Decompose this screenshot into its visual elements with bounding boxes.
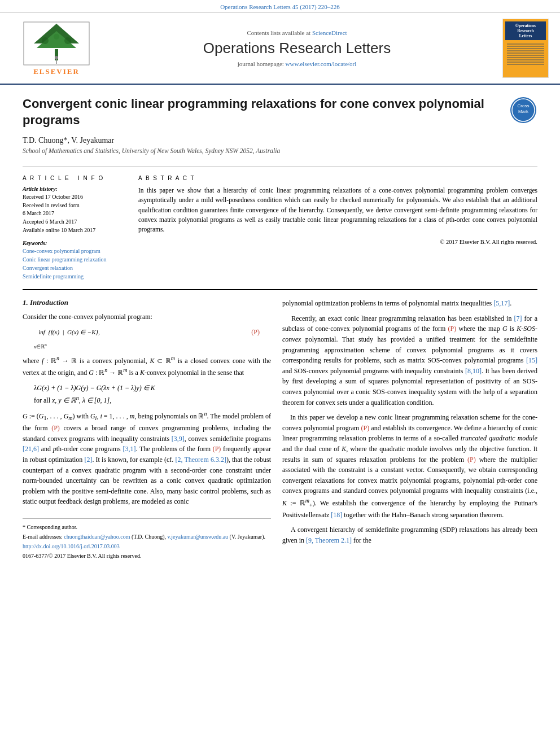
email-link-2[interactable]: v.jeyakumar@unsw.edu.au	[167, 534, 228, 540]
info-abstract-row: A R T I C L E I N F O Article history: R…	[23, 175, 537, 281]
right-column: polynomial optimization problems in term…	[282, 298, 537, 562]
article-title-text: Convergent conic linear programming rela…	[23, 96, 498, 154]
keywords-label: Keywords:	[23, 240, 127, 246]
copyright-notice: © 2017 Elsevier B.V. All rights reserved…	[138, 239, 537, 245]
intro-para-1: Consider the cone-convex polynomial prog…	[23, 312, 271, 322]
problem-label: (P)	[251, 328, 260, 337]
optimization-problem: inf {f(x) | G(x) ∈ −K}, (P)	[34, 328, 260, 337]
right-para-4: A convergent hierarchy of semidefinite p…	[282, 525, 537, 545]
elsevier-tree-icon	[23, 21, 90, 66]
problem-formula: inf {f(x) | G(x) ∈ −K},	[34, 328, 246, 337]
right-para-2: Recently, an exact conic linear programm…	[282, 313, 537, 408]
footnote-corresponding: * Corresponding author.	[23, 523, 271, 531]
article-info-heading: A R T I C L E I N F O	[23, 175, 127, 181]
left-column: 1. Introduction Consider the cone-convex…	[23, 298, 271, 562]
svg-point-8	[55, 56, 58, 59]
inf-subscript: x∈ℝn	[34, 342, 271, 350]
svg-text:Cross: Cross	[518, 103, 530, 108]
journal-cover-image: OperationsResearchLetters	[502, 19, 549, 78]
keywords-section: Keywords: Cone-convex polynomial program…	[23, 240, 127, 281]
formula-block: λG(x) + (1 − λ)G(y) − G(λx + (1 − λ)y) ∈…	[34, 383, 260, 406]
science-direct-link[interactable]: ScienceDirect	[312, 29, 347, 36]
article-title-section: Convergent conic linear programming rela…	[23, 96, 537, 160]
article-authors: T.D. Chuong*, V. Jeyakumar	[23, 136, 498, 145]
cover-title: OperationsResearchLetters	[505, 21, 546, 40]
keyword-3: Convergent relaxation	[23, 264, 127, 272]
journal-header-center: Contents lists available at ScienceDirec…	[102, 29, 492, 67]
svg-point-7	[54, 34, 59, 40]
accepted-date: Accepted 6 March 2017	[23, 218, 127, 226]
section-1-title: 1. Introduction	[23, 298, 271, 307]
keyword-1: Cone-convex polynomial program	[23, 247, 127, 255]
journal-cover-section: OperationsResearchLetters	[492, 19, 549, 78]
right-para-3: In this paper we develop a new conic lin…	[282, 412, 537, 520]
keyword-4: Semidefinite programming	[23, 273, 127, 281]
journal-citation-text: Operations Research Letters 45 (2017) 22…	[220, 3, 340, 10]
crossmark-logo-icon: Cross Mark	[509, 96, 537, 124]
svg-text:Mark: Mark	[518, 109, 529, 114]
revised-date: Received in revised form6 March 2017	[23, 202, 127, 217]
elsevier-logo-section: ELSEVIER	[11, 21, 102, 76]
elsevier-logo: ELSEVIER	[11, 21, 102, 76]
body-divider	[23, 289, 537, 290]
journal-header: ELSEVIER Contents lists available at Sci…	[0, 13, 560, 85]
abstract-text: In this paper we show that a hierarchy o…	[138, 186, 537, 234]
abstract-heading: A B S T R A C T	[138, 175, 537, 181]
article-affiliation: School of Mathematics and Statistics, Un…	[23, 147, 498, 154]
science-direct-info: Contents lists available at ScienceDirec…	[102, 29, 492, 36]
footnote-issn: 0167-6377/© 2017 Elsevier B.V. All right…	[23, 552, 271, 560]
right-para-1: polynomial optimization problems in term…	[282, 298, 537, 309]
intro-para-3: G := (G1, . . . , Gm) with Gi, i = 1, . …	[23, 409, 271, 507]
journal-homepage: journal homepage: www.elsevier.com/locat…	[102, 60, 492, 67]
history-label: Article history:	[23, 186, 127, 192]
author-names: T.D. Chuong*, V. Jeyakumar	[23, 136, 114, 145]
intro-para-2: where f : ℝn → ℝ is a convex polynomial,…	[23, 354, 271, 378]
title-divider	[23, 167, 537, 167]
received-date: Received 17 October 2016	[23, 193, 127, 201]
svg-point-6	[64, 37, 71, 44]
abstract-section: A B S T R A C T In this paper we show th…	[138, 175, 537, 281]
footnote-email: E-mail addresses: chuongthaiduan@yahoo.c…	[23, 533, 271, 541]
cover-decoration	[505, 42, 546, 66]
footnote-section: * Corresponding author. E-mail addresses…	[23, 518, 271, 560]
svg-point-5	[42, 37, 49, 44]
journal-citation-bar: Operations Research Letters 45 (2017) 22…	[0, 0, 560, 13]
body-two-column: 1. Introduction Consider the cone-convex…	[23, 298, 537, 562]
journal-title: Operations Research Letters	[102, 40, 492, 57]
article-info-section: A R T I C L E I N F O Article history: R…	[23, 175, 127, 281]
email-link-1[interactable]: chuongthaiduan@yahoo.com	[64, 534, 130, 540]
keyword-2: Conic linear programming relaxation	[23, 256, 127, 264]
article-main-title: Convergent conic linear programming rela…	[23, 96, 498, 128]
footnote-doi: http://dx.doi.org/10.1016/j.orl.2017.03.…	[23, 543, 271, 551]
elsevier-brand-text: ELSEVIER	[33, 67, 80, 76]
article-container: Convergent conic linear programming rela…	[0, 85, 560, 573]
homepage-url[interactable]: www.elsevier.com/locate/orl	[286, 60, 357, 67]
doi-link[interactable]: http://dx.doi.org/10.1016/j.orl.2017.03.…	[23, 543, 120, 549]
online-date: Available online 10 March 2017	[23, 226, 127, 234]
